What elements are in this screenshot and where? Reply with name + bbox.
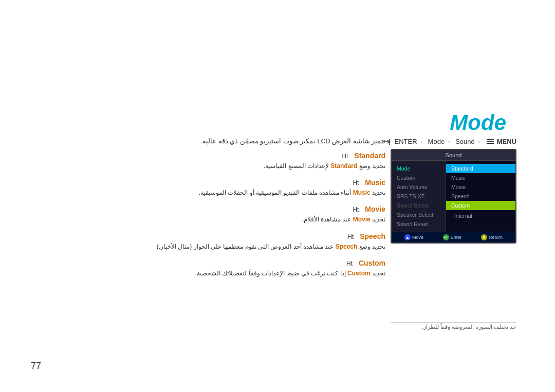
section-custom-title: Ht Custom [31,259,385,267]
tv-menu-sound-select[interactable]: Sound Select [392,201,446,210]
section-custom: Ht Custom تحديد Custom إذا كنت ترغب في ض… [31,259,385,278]
move-icon: ▲ [404,234,411,240]
move-label: Move [412,235,423,240]
breadcrumb-arrow2: ← [447,138,453,145]
tv-right-menu: Standard Music Movie Speech Custom : Int… [446,161,515,232]
bottom-note: خد تختلف الصورة المعروضة وفقاً للطراز. [422,324,516,330]
tv-btn-return[interactable]: R Return [481,234,503,240]
tv-menu-srs[interactable]: SRS TS XT [392,192,446,201]
tv-option-standard[interactable]: Standard [446,164,515,173]
page-number: 77 [31,361,41,371]
tv-btn-enter[interactable]: ↵ Enter [443,234,462,240]
return-icon: R [481,234,487,240]
section-standard: Ht Standard تحديد وضع Standard لإعدادات … [31,152,385,171]
section-custom-desc: تحديد Custom إذا كنت ترغب في ضبط الإعداد… [31,269,385,278]
tv-menu-sound-reset[interactable]: Sound Reset [392,219,446,229]
section-music-desc: تحديد Music أثناء مشاهدة ملفات الفيديو ا… [31,188,385,198]
breadcrumb-mode: Mode [428,138,445,145]
breadcrumb-arrow3: ← [477,138,484,145]
section-movie: Ht Movie تحديد Movie عند مشاهدة الأفلام. [31,205,385,225]
tv-menu-mode[interactable]: Mode [392,164,446,173]
breadcrumb-enter: ENTER [395,138,417,145]
separator-line [391,322,516,323]
section-standard-title: Ht Standard [31,152,385,160]
tv-screen: Sound Mode Custom Auto Volume SRS TS XT … [391,149,516,244]
section-music-title: Ht Music [31,178,385,186]
tv-screen-title: Sound [392,150,515,161]
menu-icon [487,139,494,144]
tv-screen-body: Mode Custom Auto Volume SRS TS XT Sound … [392,161,515,232]
breadcrumb-menu: MENU [497,138,516,145]
intro-text: تتميز شاشة العرض LCD بمكبر صوت استيريو م… [51,136,385,146]
content-area: Ht Standard تحديد وضع Standard لإعدادات … [31,152,385,286]
section-music: Ht Music تحديد Music أثناء مشاهدة ملفات … [31,178,385,198]
breadcrumb-arrow1: ← [419,138,426,145]
tv-menu-auto-volume[interactable]: Auto Volume [392,182,446,192]
page-title: Mode [450,110,506,135]
tv-option-music[interactable]: Music [446,173,515,182]
section-movie-title: Ht Movie [31,205,385,213]
tv-option-speech[interactable]: Speech [446,192,515,201]
enter-btn-icon: ↵ [443,234,449,240]
section-standard-desc: تحديد وضع Standard لإعدادات المصنع القيا… [31,161,385,171]
tv-bottom-bar: ▲ Move ↵ Enter R Return [392,232,515,242]
tv-option-movie[interactable]: Movie [446,182,515,192]
tv-menu-speaker-select[interactable]: Speaker Select [392,210,446,219]
tv-btn-move[interactable]: ▲ Move [404,234,423,240]
enter-label: Enter [451,235,462,240]
breadcrumb-sound: Sound [455,138,475,145]
section-speech-desc: تحديد وضع Speech عند مشاهدة أحد العروض ا… [31,242,385,252]
return-label: Return [489,235,503,240]
tv-left-menu: Mode Custom Auto Volume SRS TS XT Sound … [392,161,446,232]
tv-speaker-value: : Internal [446,210,515,220]
tv-option-custom[interactable]: Custom [446,201,515,210]
section-speech-title: Ht Speech [31,232,385,240]
section-speech: Ht Speech تحديد وضع Speech عند مشاهدة أح… [31,232,385,252]
tv-menu-custom[interactable]: Custom [392,173,446,182]
breadcrumb: ENTER ← Mode ← Sound ← MENU [382,138,516,145]
section-movie-desc: تحديد Movie عند مشاهدة الأفلام. [31,215,385,225]
